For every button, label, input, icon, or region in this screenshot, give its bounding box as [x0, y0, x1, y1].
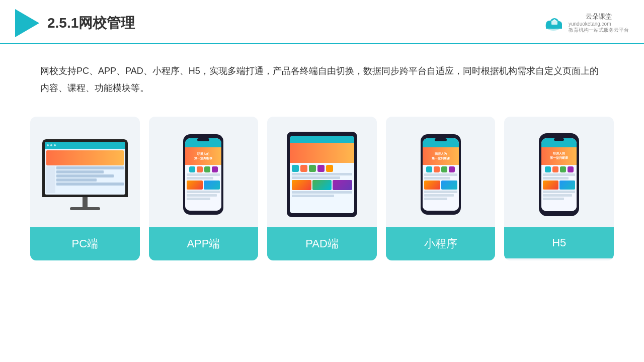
description-paragraph: 网校支持PC、APP、PAD、小程序、H5，实现多端打通，产品各终端自由切换，数… [40, 62, 604, 97]
h5-phone-notch [554, 138, 564, 141]
phone-notch [197, 138, 209, 141]
brand-url: yunduoketang.com [569, 21, 629, 27]
miniprogram-image-area: 职涯人的第一堂判断课 [386, 117, 496, 227]
app-label: APP端 [149, 227, 259, 260]
miniprogram-phone-frame: 职涯人的第一堂判断课 [421, 134, 461, 215]
app-card: 职涯人的第一堂判断课 [149, 117, 259, 260]
h5-card: 职涯人的第一堂判断课 [504, 117, 614, 260]
header-right: 云朵课堂 yunduoketang.com 教育机构一站式服务云平台 [543, 13, 629, 34]
pad-label: PAD端 [267, 227, 377, 260]
miniprogram-label: 小程序 [386, 227, 496, 260]
description-text: 网校支持PC、APP、PAD、小程序、H5，实现多端打通，产品各终端自由切换，数… [0, 44, 644, 107]
tablet-screen [290, 136, 354, 213]
miniprogram-card: 职涯人的第一堂判断课 [386, 117, 496, 260]
brand-logo: 云朵课堂 yunduoketang.com 教育机构一站式服务云平台 [543, 13, 629, 34]
miniprogram-phone-notch [435, 138, 447, 141]
pc-image-area [30, 117, 140, 227]
pc-label: PC端 [30, 227, 140, 260]
svg-rect-5 [546, 24, 562, 29]
monitor-screen [45, 142, 125, 195]
logo-triangle-icon [15, 9, 39, 37]
app-image-area: 职涯人的第一堂判断课 [149, 117, 259, 227]
brand-name: 云朵课堂 [569, 13, 629, 21]
header-left: 2.5.1网校管理 [15, 9, 135, 37]
h5-image-area: 职涯人的第一堂判断课 [504, 117, 614, 227]
h5-phone-frame: 职涯人的第一堂判断课 [539, 133, 579, 216]
app-phone-screen: 职涯人的第一堂判断课 [185, 138, 221, 211]
miniprogram-phone-screen: 职涯人的第一堂判断课 [423, 138, 459, 211]
miniprogram-banner-text: 职涯人的第一堂判断课 [432, 152, 450, 161]
h5-banner-text: 职涯人的第一堂判断课 [550, 151, 568, 160]
header: 2.5.1网校管理 云朵课堂 yunduoketang.com 教育机构一站式服… [0, 0, 644, 44]
tablet-frame [287, 132, 357, 217]
h5-phone-screen: 职涯人的第一堂判断课 [541, 138, 577, 211]
pc-card: PC端 [30, 117, 140, 260]
monitor-frame [42, 139, 128, 197]
app-banner-text: 职涯人的第一堂判断课 [194, 152, 212, 161]
page-title: 2.5.1网校管理 [47, 14, 135, 33]
svg-rect-6 [551, 21, 557, 25]
pad-image-area [267, 117, 377, 227]
h5-label: H5 [504, 227, 614, 258]
cloud-icon [543, 16, 566, 31]
brand-tagline: 教育机构一站式服务云平台 [569, 27, 629, 34]
pad-card: PAD端 [267, 117, 377, 260]
brand-text-block: 云朵课堂 yunduoketang.com 教育机构一站式服务云平台 [569, 13, 629, 34]
app-phone-frame: 职涯人的第一堂判断课 [183, 134, 223, 215]
cards-section: PC端 职涯人的第一堂判断课 [0, 107, 644, 260]
pc-monitor [42, 139, 128, 210]
